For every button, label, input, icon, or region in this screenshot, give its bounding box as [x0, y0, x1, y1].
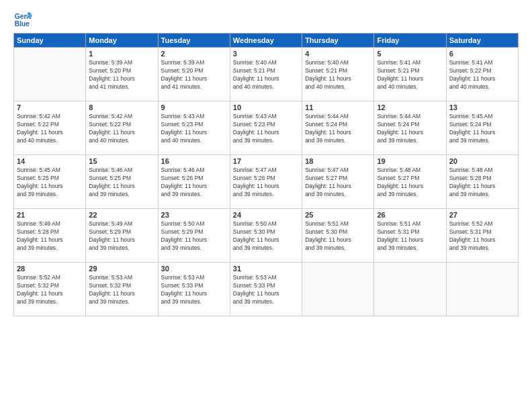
cell-info: Sunrise: 5:46 AMSunset: 5:25 PMDaylight:… — [89, 167, 154, 199]
week-row-2: 14Sunrise: 5:45 AMSunset: 5:25 PMDayligh… — [14, 155, 519, 209]
day-number: 17 — [233, 157, 299, 165]
week-row-0: 1Sunrise: 5:39 AMSunset: 5:20 PMDaylight… — [14, 48, 519, 101]
calendar-cell: 13Sunrise: 5:45 AMSunset: 5:24 PMDayligh… — [446, 101, 518, 155]
day-number: 1 — [89, 50, 154, 58]
calendar-cell: 4Sunrise: 5:40 AMSunset: 5:21 PMDaylight… — [302, 48, 374, 101]
cell-info: Sunrise: 5:45 AMSunset: 5:24 PMDaylight:… — [449, 113, 515, 145]
cell-info: Sunrise: 5:50 AMSunset: 5:29 PMDaylight:… — [161, 220, 227, 253]
calendar-cell: 8Sunrise: 5:42 AMSunset: 5:22 PMDaylight… — [86, 101, 158, 155]
header-day-saturday: Saturday — [446, 34, 518, 48]
cell-info: Sunrise: 5:52 AMSunset: 5:31 PMDaylight:… — [449, 220, 515, 253]
cell-info: Sunrise: 5:51 AMSunset: 5:31 PMDaylight:… — [377, 220, 443, 253]
cell-info: Sunrise: 5:44 AMSunset: 5:24 PMDaylight:… — [305, 113, 371, 145]
cell-info: Sunrise: 5:44 AMSunset: 5:24 PMDaylight:… — [377, 113, 443, 145]
day-number: 22 — [89, 211, 154, 219]
calendar-table: SundayMondayTuesdayWednesdayThursdayFrid… — [13, 33, 519, 316]
logo-icon: General Blue — [13, 10, 32, 29]
day-number: 10 — [233, 103, 299, 111]
cell-info: Sunrise: 5:52 AMSunset: 5:32 PMDaylight:… — [17, 274, 83, 306]
calendar-cell: 26Sunrise: 5:51 AMSunset: 5:31 PMDayligh… — [374, 209, 446, 263]
cell-info: Sunrise: 5:45 AMSunset: 5:25 PMDaylight:… — [17, 167, 83, 199]
day-number: 31 — [233, 265, 299, 273]
calendar-cell: 15Sunrise: 5:46 AMSunset: 5:25 PMDayligh… — [86, 155, 158, 209]
calendar-cell: 6Sunrise: 5:41 AMSunset: 5:22 PMDaylight… — [446, 48, 518, 101]
day-number: 14 — [17, 157, 83, 165]
calendar-cell — [446, 263, 518, 316]
cell-info: Sunrise: 5:41 AMSunset: 5:22 PMDaylight:… — [449, 59, 515, 91]
cell-info: Sunrise: 5:53 AMSunset: 5:32 PMDaylight:… — [89, 274, 154, 306]
cell-info: Sunrise: 5:42 AMSunset: 5:22 PMDaylight:… — [89, 113, 154, 145]
week-row-4: 28Sunrise: 5:52 AMSunset: 5:32 PMDayligh… — [14, 263, 519, 316]
calendar-cell: 23Sunrise: 5:50 AMSunset: 5:29 PMDayligh… — [158, 209, 230, 263]
calendar-cell: 9Sunrise: 5:43 AMSunset: 5:23 PMDaylight… — [158, 101, 230, 155]
cell-info: Sunrise: 5:53 AMSunset: 5:33 PMDaylight:… — [233, 274, 299, 306]
calendar-cell: 27Sunrise: 5:52 AMSunset: 5:31 PMDayligh… — [446, 209, 518, 263]
day-number: 4 — [305, 50, 371, 58]
svg-text:Blue: Blue — [15, 20, 30, 28]
cell-info: Sunrise: 5:43 AMSunset: 5:23 PMDaylight:… — [161, 113, 227, 145]
cell-info: Sunrise: 5:42 AMSunset: 5:22 PMDaylight:… — [17, 113, 83, 145]
cell-info: Sunrise: 5:49 AMSunset: 5:28 PMDaylight:… — [17, 220, 83, 253]
calendar-cell: 11Sunrise: 5:44 AMSunset: 5:24 PMDayligh… — [302, 101, 374, 155]
calendar-cell: 25Sunrise: 5:51 AMSunset: 5:30 PMDayligh… — [302, 209, 374, 263]
week-row-3: 21Sunrise: 5:49 AMSunset: 5:28 PMDayligh… — [14, 209, 519, 263]
calendar-cell: 14Sunrise: 5:45 AMSunset: 5:25 PMDayligh… — [14, 155, 86, 209]
week-row-1: 7Sunrise: 5:42 AMSunset: 5:22 PMDaylight… — [14, 101, 519, 155]
cell-info: Sunrise: 5:48 AMSunset: 5:27 PMDaylight:… — [377, 167, 443, 199]
day-number: 19 — [377, 157, 443, 165]
calendar-cell: 2Sunrise: 5:39 AMSunset: 5:20 PMDaylight… — [158, 48, 230, 101]
calendar-cell: 21Sunrise: 5:49 AMSunset: 5:28 PMDayligh… — [14, 209, 86, 263]
calendar-cell — [302, 263, 374, 316]
day-number: 27 — [449, 211, 515, 219]
header-day-thursday: Thursday — [302, 34, 374, 48]
logo: General Blue — [13, 10, 32, 29]
header-row: SundayMondayTuesdayWednesdayThursdayFrid… — [14, 34, 519, 48]
day-number: 5 — [377, 50, 443, 58]
cell-info: Sunrise: 5:41 AMSunset: 5:21 PMDaylight:… — [377, 59, 443, 91]
calendar-cell: 17Sunrise: 5:47 AMSunset: 5:26 PMDayligh… — [230, 155, 302, 209]
day-number: 8 — [89, 103, 154, 111]
header-day-tuesday: Tuesday — [158, 34, 230, 48]
calendar-cell: 31Sunrise: 5:53 AMSunset: 5:33 PMDayligh… — [230, 263, 302, 316]
calendar-cell — [14, 48, 86, 101]
day-number: 2 — [161, 50, 227, 58]
day-number: 7 — [17, 103, 83, 111]
cell-info: Sunrise: 5:47 AMSunset: 5:27 PMDaylight:… — [305, 167, 371, 199]
calendar-cell: 1Sunrise: 5:39 AMSunset: 5:20 PMDaylight… — [86, 48, 158, 101]
calendar-cell: 12Sunrise: 5:44 AMSunset: 5:24 PMDayligh… — [374, 101, 446, 155]
day-number: 24 — [233, 211, 299, 219]
cell-info: Sunrise: 5:48 AMSunset: 5:28 PMDaylight:… — [449, 167, 515, 199]
calendar-cell: 24Sunrise: 5:50 AMSunset: 5:30 PMDayligh… — [230, 209, 302, 263]
calendar-cell: 22Sunrise: 5:49 AMSunset: 5:29 PMDayligh… — [86, 209, 158, 263]
day-number: 13 — [449, 103, 515, 111]
calendar-cell — [374, 263, 446, 316]
calendar-cell: 7Sunrise: 5:42 AMSunset: 5:22 PMDaylight… — [14, 101, 86, 155]
day-number: 30 — [161, 265, 227, 273]
cell-info: Sunrise: 5:53 AMSunset: 5:33 PMDaylight:… — [161, 274, 227, 306]
cell-info: Sunrise: 5:39 AMSunset: 5:20 PMDaylight:… — [161, 59, 227, 91]
calendar-cell: 5Sunrise: 5:41 AMSunset: 5:21 PMDaylight… — [374, 48, 446, 101]
day-number: 3 — [233, 50, 299, 58]
day-number: 20 — [449, 157, 515, 165]
day-number: 18 — [305, 157, 371, 165]
cell-info: Sunrise: 5:43 AMSunset: 5:23 PMDaylight:… — [233, 113, 299, 145]
day-number: 16 — [161, 157, 227, 165]
cell-info: Sunrise: 5:46 AMSunset: 5:26 PMDaylight:… — [161, 167, 227, 199]
calendar-cell: 28Sunrise: 5:52 AMSunset: 5:32 PMDayligh… — [14, 263, 86, 316]
day-number: 12 — [377, 103, 443, 111]
day-number: 6 — [449, 50, 515, 58]
cell-info: Sunrise: 5:51 AMSunset: 5:30 PMDaylight:… — [305, 220, 371, 253]
day-number: 25 — [305, 211, 371, 219]
calendar-cell: 10Sunrise: 5:43 AMSunset: 5:23 PMDayligh… — [230, 101, 302, 155]
calendar-cell: 3Sunrise: 5:40 AMSunset: 5:21 PMDaylight… — [230, 48, 302, 101]
cell-info: Sunrise: 5:40 AMSunset: 5:21 PMDaylight:… — [305, 59, 371, 91]
header-day-wednesday: Wednesday — [230, 34, 302, 48]
cell-info: Sunrise: 5:49 AMSunset: 5:29 PMDaylight:… — [89, 220, 154, 253]
calendar-cell: 29Sunrise: 5:53 AMSunset: 5:32 PMDayligh… — [86, 263, 158, 316]
calendar-cell: 18Sunrise: 5:47 AMSunset: 5:27 PMDayligh… — [302, 155, 374, 209]
calendar-cell: 16Sunrise: 5:46 AMSunset: 5:26 PMDayligh… — [158, 155, 230, 209]
header-day-sunday: Sunday — [14, 34, 86, 48]
header-day-monday: Monday — [86, 34, 158, 48]
day-number: 11 — [305, 103, 371, 111]
day-number: 26 — [377, 211, 443, 219]
